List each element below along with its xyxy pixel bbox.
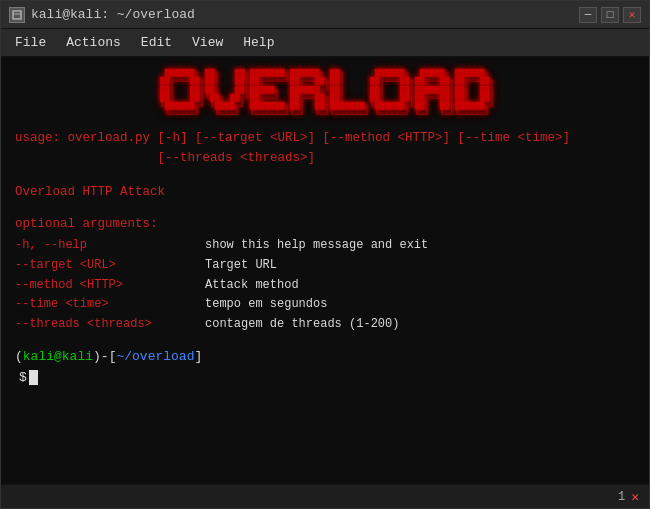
prompt-path: ~/overload: [116, 349, 194, 364]
usage-line-1: usage: overload.py [-h] [--target <URL>]…: [15, 129, 635, 148]
terminal-window: kali@kali: ~/overload ─ □ ✕ File Actions…: [0, 0, 650, 509]
arg-row-threads: --threads <threads> contagem de threads …: [15, 315, 635, 335]
status-close-icon[interactable]: ✕: [631, 489, 639, 505]
ascii-art-overload: ██████╗ ██╗ ██╗███████╗██████╗ ██╗ █████…: [155, 69, 495, 119]
arg-row-target: --target <URL> Target URL: [15, 256, 635, 276]
arg-row-method: --method <HTTP> Attack method: [15, 276, 635, 296]
arg-flag-help: -h, --help: [15, 236, 205, 256]
arg-flag-time: --time <time>: [15, 295, 205, 315]
arg-flag-target: --target <URL>: [15, 256, 205, 276]
svg-rect-0: [13, 11, 21, 19]
menu-bar: File Actions Edit View Help: [1, 29, 649, 57]
window-icon: [9, 7, 25, 23]
title-bar-controls: ─ □ ✕: [579, 7, 641, 23]
arg-desc-method: Attack method: [205, 276, 299, 296]
arg-desc-threads: contagem de threads (1-200): [205, 315, 399, 335]
prompt-paren-open: (: [15, 349, 23, 364]
arg-row-time: --time <time> tempo em segundos: [15, 295, 635, 315]
menu-actions[interactable]: Actions: [58, 32, 129, 53]
prompt-line: ( kali@kali )-[ ~/overload ]: [15, 349, 635, 364]
close-button[interactable]: ✕: [623, 7, 641, 23]
prompt-bracket-open: )-[: [93, 349, 116, 364]
arg-row-help: -h, --help show this help message and ex…: [15, 236, 635, 256]
terminal-cursor: [29, 370, 38, 385]
status-bar: 1 ✕: [1, 484, 649, 508]
arg-flag-threads: --threads <threads>: [15, 315, 205, 335]
attack-label: Overload HTTP Attack: [15, 182, 635, 202]
prompt-bracket-close: ]: [194, 349, 202, 364]
window-title: kali@kali: ~/overload: [31, 7, 195, 22]
arg-flag-method: --method <HTTP>: [15, 276, 205, 296]
title-bar: kali@kali: ~/overload ─ □ ✕: [1, 1, 649, 29]
optional-label: optional arguments:: [15, 214, 635, 234]
maximize-button[interactable]: □: [601, 7, 619, 23]
arg-desc-time: tempo em segundos: [205, 295, 327, 315]
prompt-dollar: $: [19, 370, 27, 385]
minimize-button[interactable]: ─: [579, 7, 597, 23]
prompt-user: kali@kali: [23, 349, 93, 364]
ascii-art-container: ██████╗ ██╗ ██╗███████╗██████╗ ██╗ █████…: [15, 69, 635, 119]
arg-desc-target: Target URL: [205, 256, 277, 276]
arg-desc-help: show this help message and exit: [205, 236, 428, 256]
title-bar-left: kali@kali: ~/overload: [9, 7, 195, 23]
args-table: -h, --help show this help message and ex…: [15, 236, 635, 335]
usage-line-2: [--threads <threads>]: [15, 149, 635, 168]
menu-help[interactable]: Help: [235, 32, 282, 53]
menu-file[interactable]: File: [7, 32, 54, 53]
status-number: 1: [618, 490, 625, 504]
prompt-dollar-line: $: [15, 370, 635, 385]
terminal-body: ██████╗ ██╗ ██╗███████╗██████╗ ██╗ █████…: [1, 57, 649, 484]
menu-edit[interactable]: Edit: [133, 32, 180, 53]
menu-view[interactable]: View: [184, 32, 231, 53]
